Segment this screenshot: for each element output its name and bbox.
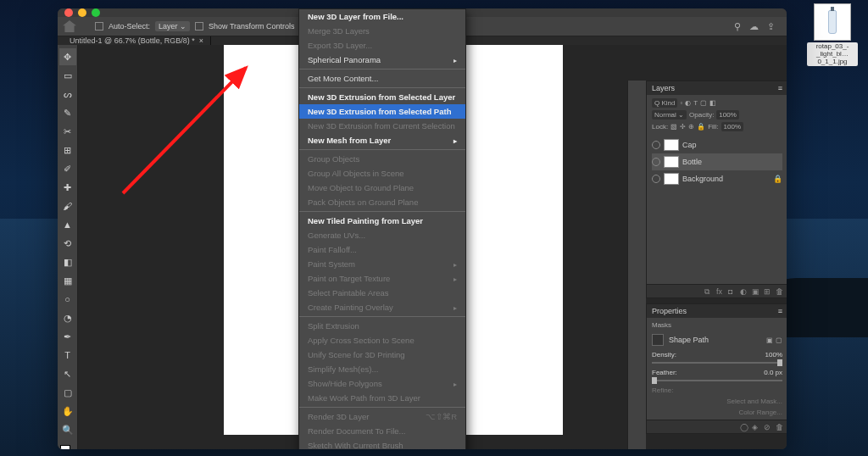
panel-menu-icon[interactable]: ≡ bbox=[778, 84, 782, 92]
dodge-tool[interactable]: ◔ bbox=[59, 309, 76, 326]
menu-item[interactable]: Spherical Panorama bbox=[299, 53, 465, 67]
opacity-field[interactable]: 100% bbox=[716, 110, 738, 120]
lock-pixels-icon[interactable]: ▧ bbox=[670, 123, 677, 131]
group-icon[interactable]: ▣ bbox=[752, 287, 760, 296]
maximize-window[interactable] bbox=[92, 8, 100, 17]
filter-smart-icon[interactable]: ◧ bbox=[709, 99, 716, 107]
zoom-tool[interactable]: 🔍 bbox=[59, 421, 76, 438]
auto-select-dropdown[interactable]: Layer ⌄ bbox=[155, 21, 190, 31]
show-transform-label: Show Transform Controls bbox=[209, 22, 295, 31]
type-tool[interactable]: T bbox=[59, 347, 76, 364]
pixel-mask-icon[interactable]: ▣ bbox=[766, 336, 773, 344]
eraser-tool[interactable]: ◧ bbox=[59, 253, 76, 270]
menu-item[interactable]: Get More Content... bbox=[299, 71, 465, 86]
mask-icon[interactable]: ◘ bbox=[728, 287, 737, 296]
layers-title: Layers bbox=[652, 84, 675, 92]
auto-select-label: Auto-Select: bbox=[108, 22, 150, 31]
crop-tool[interactable]: ✂ bbox=[59, 123, 76, 140]
pen-tool[interactable]: ✒ bbox=[59, 328, 76, 345]
lasso-tool[interactable]: ᔕ bbox=[59, 86, 76, 103]
frame-tool[interactable]: ⊞ bbox=[59, 142, 76, 158]
color-range[interactable]: Color Range... bbox=[652, 409, 782, 416]
feather-slider[interactable] bbox=[652, 380, 782, 381]
layer-bottle[interactable]: Bottle bbox=[652, 153, 782, 170]
menu-item: Create Painting Overlay bbox=[299, 300, 465, 314]
lock-all-icon[interactable]: 🔒 bbox=[697, 123, 705, 131]
desktop-file[interactable]: rotap_03_-_light_bl…0_1_1.jpg bbox=[807, 3, 858, 66]
history-brush-tool[interactable]: ⟲ bbox=[59, 235, 76, 252]
fx-icon[interactable]: fx bbox=[716, 287, 725, 296]
lock-position-icon[interactable]: ✢ bbox=[680, 123, 686, 131]
layer-thumb bbox=[664, 139, 679, 151]
menu-item: Unify Scene for 3D Printing bbox=[299, 348, 465, 362]
home-icon[interactable] bbox=[63, 20, 76, 32]
collapsed-panel-strip[interactable] bbox=[627, 81, 646, 449]
blur-tool[interactable]: ○ bbox=[59, 291, 76, 308]
color-swatch[interactable] bbox=[60, 445, 75, 449]
layer-filter-kind[interactable]: Q Kind bbox=[652, 98, 677, 108]
shape-tool[interactable]: ▢ bbox=[59, 384, 76, 401]
adjustment-icon[interactable]: ◐ bbox=[740, 287, 748, 296]
menu-item[interactable]: New Tiled Painting from Layer bbox=[299, 214, 465, 228]
close-tab-icon[interactable]: × bbox=[199, 36, 203, 45]
photoshop-window: Photoshop CC 2019 Auto-Select: Layer ⌄ S… bbox=[58, 8, 787, 449]
menu-item: Paint on Target Texture bbox=[299, 271, 465, 286]
menu-item: Export 3D Layer... bbox=[299, 38, 465, 53]
density-slider[interactable] bbox=[652, 362, 782, 364]
healing-tool[interactable]: ✚ bbox=[59, 179, 76, 196]
stamp-tool[interactable]: ▲ bbox=[59, 216, 76, 233]
quick-select-tool[interactable]: ✎ bbox=[59, 104, 76, 121]
filter-shape-icon[interactable]: ▢ bbox=[700, 99, 707, 107]
marquee-tool[interactable]: ▭ bbox=[59, 67, 76, 84]
layer-cap[interactable]: Cap bbox=[652, 136, 782, 153]
lock-artboard-icon[interactable]: ⊕ bbox=[688, 123, 694, 131]
3d-menu-dropdown[interactable]: New 3D Layer from File...Merge 3D Layers… bbox=[298, 8, 466, 449]
close-window[interactable] bbox=[64, 8, 73, 17]
delete-mask-icon[interactable]: 🗑 bbox=[776, 423, 784, 431]
select-and-mask[interactable]: Select and Mask... bbox=[652, 398, 782, 405]
menu-item[interactable]: New 3D Extrusion from Selected Layer bbox=[299, 90, 465, 104]
delete-layer-icon[interactable]: 🗑 bbox=[776, 287, 784, 296]
gradient-tool[interactable]: ▦ bbox=[59, 272, 76, 289]
blend-mode-dropdown[interactable]: Normal ⌄ bbox=[652, 110, 687, 120]
load-selection-icon[interactable]: ◯ bbox=[740, 423, 748, 431]
path-select-tool[interactable]: ↖ bbox=[59, 365, 76, 382]
filter-type-icon[interactable]: T bbox=[693, 99, 698, 107]
filter-image-icon[interactable]: ▫ bbox=[680, 99, 682, 107]
vector-mask-icon[interactable]: ▢ bbox=[776, 336, 782, 344]
visibility-toggle[interactable] bbox=[652, 175, 660, 183]
search-icon[interactable]: ⚲ bbox=[734, 21, 741, 32]
menu-item: Select Paintable Areas bbox=[299, 286, 465, 300]
share-icon[interactable]: ⇪ bbox=[767, 21, 775, 32]
brush-tool[interactable]: 🖌 bbox=[59, 197, 76, 214]
tools-panel: ✥ ▭ ᔕ ✎ ✂ ⊞ ✐ ✚ 🖌 ▲ ⟲ ◧ ▦ ○ ◔ ✒ T ↖ ▢ ✋ … bbox=[58, 45, 78, 449]
panel-menu-icon[interactable]: ≡ bbox=[778, 307, 782, 315]
new-layer-icon[interactable]: ⊞ bbox=[764, 287, 772, 296]
menu-item: Move Object to Ground Plane bbox=[299, 181, 465, 195]
move-tool[interactable]: ✥ bbox=[59, 48, 76, 65]
menu-item: Apply Cross Section to Scene bbox=[299, 333, 465, 348]
properties-panel: Properties≡ Masks Shape Path ▣▢ Density:… bbox=[646, 303, 787, 434]
menu-item: Merge 3D Layers bbox=[299, 24, 465, 38]
filter-adjust-icon[interactable]: ◐ bbox=[685, 99, 691, 107]
fill-field[interactable]: 100% bbox=[721, 122, 743, 131]
disable-mask-icon[interactable]: ⊘ bbox=[764, 423, 772, 431]
document-tab[interactable]: Untitled-1 @ 66.7% (Bottle, RGB/8) * × bbox=[63, 36, 211, 45]
apply-mask-icon[interactable]: ◈ bbox=[752, 423, 760, 431]
hand-tool[interactable]: ✋ bbox=[59, 403, 76, 420]
visibility-toggle[interactable] bbox=[652, 158, 660, 166]
eyedropper-tool[interactable]: ✐ bbox=[59, 160, 76, 177]
visibility-toggle[interactable] bbox=[652, 141, 660, 149]
menu-item: Make Work Path from 3D Layer bbox=[299, 391, 465, 405]
cloud-icon[interactable]: ☁ bbox=[749, 21, 759, 32]
menu-item[interactable]: New 3D Layer from File... bbox=[299, 9, 465, 24]
show-transform-checkbox[interactable] bbox=[195, 22, 203, 31]
minimize-window[interactable] bbox=[78, 8, 86, 17]
menu-item: Group All Objects in Scene bbox=[299, 166, 465, 181]
auto-select-checkbox[interactable] bbox=[95, 22, 103, 31]
menu-item[interactable]: New Mesh from Layer bbox=[299, 133, 465, 147]
menu-item: Render 3D Layer⌥⇧⌘R bbox=[299, 409, 465, 424]
layer-background[interactable]: Background 🔒 bbox=[652, 170, 782, 187]
menu-item[interactable]: New 3D Extrusion from Selected Path bbox=[299, 104, 465, 119]
link-layers-icon[interactable]: ⧉ bbox=[704, 287, 713, 296]
